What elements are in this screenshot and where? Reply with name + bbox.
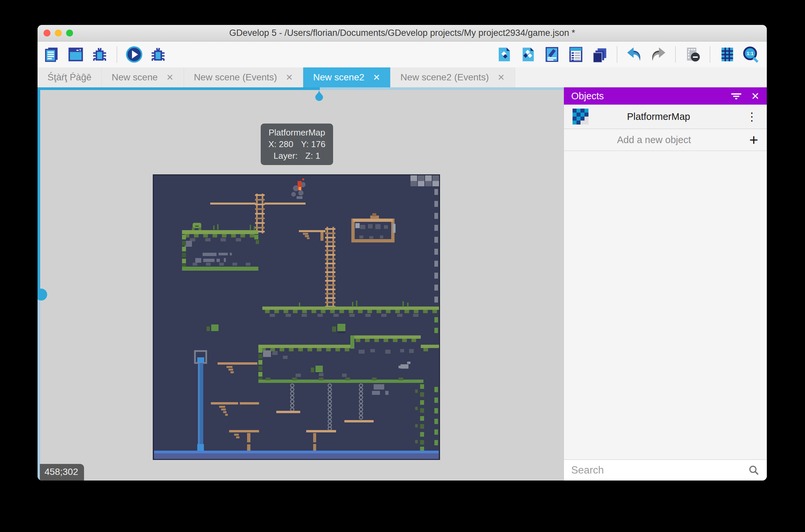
tooltip-y: Y: 176 <box>301 139 325 149</box>
main-toolbar: 1:1 <box>38 41 767 68</box>
zoom-original-button[interactable]: 1:1 <box>742 45 761 64</box>
object-menu-icon[interactable]: ⋮ <box>746 110 758 123</box>
tab-close-icon[interactable]: ✕ <box>286 73 293 82</box>
scene-window-icon <box>67 46 84 63</box>
window-mask-icon <box>684 46 702 63</box>
tab-close-icon[interactable]: ✕ <box>166 73 174 82</box>
add-object-label: Add a new object <box>617 134 749 146</box>
tab-new-scene2[interactable]: New scene2 ✕ <box>303 68 390 87</box>
objects-panel-title: Objects <box>571 91 721 102</box>
close-panel-icon[interactable]: ✕ <box>751 90 760 102</box>
undo-button[interactable] <box>625 45 644 64</box>
undo-icon <box>625 45 643 63</box>
objects-panel-header: Objects ✕ <box>564 87 767 104</box>
grid-icon <box>718 46 736 63</box>
toolbar-separator <box>117 46 117 63</box>
layers-button[interactable] <box>590 45 609 64</box>
add-object-row[interactable]: Add a new object + <box>564 129 767 151</box>
tab-close-icon[interactable]: ✕ <box>497 73 505 82</box>
horizontal-scrollbar-handle[interactable] <box>314 90 324 103</box>
vertical-scrollbar[interactable] <box>38 90 40 480</box>
project-manager-button[interactable] <box>42 45 61 64</box>
tab-label: New scene <box>112 72 158 83</box>
tab-label: New scene2 <box>313 72 364 83</box>
title-bar[interactable]: GDevelop 5 - /Users/florian/Documents/GD… <box>38 25 767 41</box>
screen: GDevelop 5 - /Users/florian/Documents/GD… <box>0 0 805 532</box>
scene-editor-button[interactable] <box>66 45 85 64</box>
object-groups-button[interactable] <box>518 45 538 64</box>
objects-list-icon <box>496 46 513 63</box>
toolbar-separator <box>675 46 676 63</box>
tab-new-scene-events[interactable]: New scene (Events) ✕ <box>184 68 303 87</box>
objects-panel: Objects ✕ <box>563 87 767 480</box>
properties-button[interactable] <box>542 45 561 64</box>
platformer-map-instance[interactable] <box>153 174 440 460</box>
cursor-position-badge: 458;302 <box>40 464 84 480</box>
tooltip-x: X: 280 <box>268 139 293 149</box>
toggle-window-mask-button[interactable] <box>683 45 703 64</box>
instances-list-button[interactable] <box>566 45 586 64</box>
redo-icon <box>649 45 667 63</box>
play-icon <box>125 45 143 64</box>
redo-button[interactable] <box>649 45 668 64</box>
tab-new-scene[interactable]: New scene ✕ <box>102 68 184 87</box>
toolbar-separator <box>617 46 617 63</box>
layers-icon <box>591 46 608 63</box>
objects-search-input[interactable] <box>571 464 748 476</box>
object-name: PlatformerMap <box>627 111 746 122</box>
objects-list-button[interactable] <box>495 45 514 64</box>
horizontal-scrollbar[interactable] <box>38 87 563 90</box>
window-title: GDevelop 5 - /Users/florian/Documents/GD… <box>38 28 767 38</box>
debug-bug-icon <box>150 46 167 63</box>
scene-canvas[interactable]: PlatformerMap X: 280 Y: 176 Layer: Z: 1 … <box>38 87 563 480</box>
tab-label: Śţàŕţ Ṕàĝē <box>47 72 91 83</box>
tooltip-object-name: PlatformerMap <box>269 128 325 137</box>
toggle-grid-button[interactable] <box>718 45 737 64</box>
properties-pencil-icon <box>543 46 560 63</box>
tab-label: New scene (Events) <box>194 72 277 83</box>
object-thumbnail <box>573 109 589 125</box>
platformer-map-pixelart <box>153 174 440 460</box>
instance-tooltip: PlatformerMap X: 280 Y: 176 Layer: Z: 1 <box>261 124 333 165</box>
tab-new-scene2-events[interactable]: New scene2 (Events) ✕ <box>390 68 515 87</box>
instances-list-icon <box>567 46 584 63</box>
add-object-plus-icon: + <box>749 132 758 148</box>
debugger-button[interactable] <box>90 45 109 64</box>
object-groups-icon <box>519 46 537 63</box>
tab-label: New scene2 (Events) <box>401 72 489 83</box>
gdevelop-window: GDevelop 5 - /Users/florian/Documents/GD… <box>38 25 767 480</box>
project-manager-icon <box>43 46 60 63</box>
tab-start-page[interactable]: Śţàŕţ Ṕàĝē <box>38 68 102 87</box>
objects-panel-empty-space <box>564 151 767 459</box>
editor-tabs: Śţàŕţ Ṕàĝē New scene ✕ New scene (Events… <box>38 68 767 87</box>
svg-text:1:1: 1:1 <box>747 51 753 56</box>
vertical-scrollbar-handle[interactable] <box>38 289 47 301</box>
objects-search-bar <box>564 459 767 480</box>
toolbar-separator <box>710 46 710 63</box>
zoom-1-1-icon: 1:1 <box>742 45 760 63</box>
tooltip-z: Z: 1 <box>305 151 320 161</box>
tooltip-layer: Layer: <box>274 151 298 161</box>
debug-preview-button[interactable] <box>149 45 168 64</box>
launch-preview-button[interactable] <box>124 45 144 64</box>
object-list-item[interactable]: PlatformerMap ⋮ <box>564 104 767 129</box>
search-icon[interactable] <box>748 464 760 476</box>
debugger-bug-icon <box>91 46 108 63</box>
filter-icon[interactable] <box>731 91 742 101</box>
tab-close-icon[interactable]: ✕ <box>373 73 380 82</box>
